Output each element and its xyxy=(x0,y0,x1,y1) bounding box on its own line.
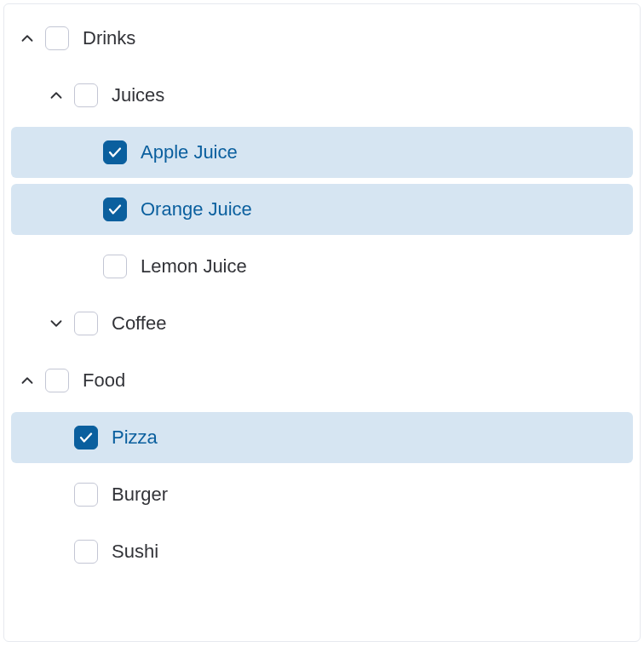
tree-item-orange-juice[interactable]: Orange Juice xyxy=(11,184,633,235)
tree-item-sushi[interactable]: Sushi xyxy=(11,526,633,577)
checkbox-apple-juice[interactable] xyxy=(103,140,127,164)
chevron-spacer xyxy=(43,425,69,450)
tree-item-burger[interactable]: Burger xyxy=(11,469,633,520)
tree-item-juices[interactable]: Juices xyxy=(11,70,633,121)
tree-item-label[interactable]: Orange Juice xyxy=(141,198,252,220)
tree-item-lemon-juice[interactable]: Lemon Juice xyxy=(11,241,633,292)
checkbox-sushi[interactable] xyxy=(74,540,98,564)
tree-item-label[interactable]: Sushi xyxy=(112,541,158,563)
checkbox-drinks[interactable] xyxy=(45,26,69,50)
checkbox-pizza[interactable] xyxy=(74,426,98,449)
chevron-spacer xyxy=(72,254,98,279)
chevron-down-icon[interactable] xyxy=(43,311,69,336)
tree-item-label[interactable]: Drinks xyxy=(83,27,135,49)
tree-item-apple-juice[interactable]: Apple Juice xyxy=(11,127,633,178)
checkbox-burger[interactable] xyxy=(74,483,98,507)
chevron-spacer xyxy=(72,140,98,165)
tree-item-drinks[interactable]: Drinks xyxy=(11,13,633,64)
checkbox-coffee[interactable] xyxy=(74,312,98,335)
tree-item-label[interactable]: Juices xyxy=(112,84,164,106)
checkbox-lemon-juice[interactable] xyxy=(103,255,127,278)
tree-item-label[interactable]: Coffee xyxy=(112,312,166,335)
tree-item-label[interactable]: Lemon Juice xyxy=(141,255,247,278)
chevron-spacer xyxy=(72,197,98,222)
chevron-spacer xyxy=(43,539,69,564)
checkbox-orange-juice[interactable] xyxy=(103,198,127,221)
chevron-up-icon[interactable] xyxy=(14,26,40,51)
tree-view: DrinksJuicesApple JuiceOrange JuiceLemon… xyxy=(3,3,641,642)
checkbox-food[interactable] xyxy=(45,369,69,392)
tree-item-label[interactable]: Burger xyxy=(112,484,168,506)
tree-item-label[interactable]: Apple Juice xyxy=(141,141,238,163)
chevron-up-icon[interactable] xyxy=(14,368,40,393)
tree-item-label[interactable]: Food xyxy=(83,369,125,392)
tree-item-food[interactable]: Food xyxy=(11,355,633,406)
chevron-spacer xyxy=(43,482,69,507)
checkbox-juices[interactable] xyxy=(74,83,98,107)
tree-item-label[interactable]: Pizza xyxy=(112,427,158,449)
tree-item-pizza[interactable]: Pizza xyxy=(11,412,633,463)
chevron-up-icon[interactable] xyxy=(43,83,69,108)
tree-item-coffee[interactable]: Coffee xyxy=(11,298,633,349)
